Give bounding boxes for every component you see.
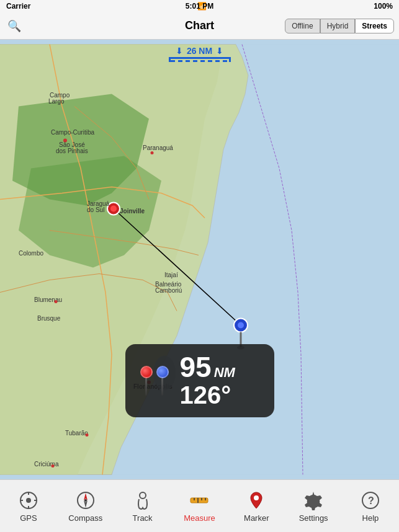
svg-text:dos Pinhais: dos Pinhais: [56, 148, 88, 154]
help-icon: ?: [359, 489, 382, 512]
svg-point-20: [55, 300, 58, 303]
tab-help-label: Help: [362, 513, 379, 523]
time-label: 5:01 PM: [186, 2, 213, 11]
blue-pin-stem: [161, 378, 163, 396]
map-area[interactable]: Campo Largo Campo-Curitiba São José dos …: [0, 40, 399, 479]
svg-text:Camboriú: Camboriú: [155, 287, 182, 294]
map-type-offline[interactable]: Offline: [285, 19, 320, 33]
compass-icon: [74, 489, 97, 512]
search-icon[interactable]: 🔍: [7, 19, 21, 33]
carrier-label: Carrier: [6, 2, 30, 11]
svg-point-3: [110, 206, 117, 212]
info-panel: 95 NM 126°: [125, 344, 274, 417]
svg-text:?: ?: [368, 495, 374, 506]
svg-point-15: [151, 151, 154, 154]
pin-icons: [140, 366, 169, 396]
tab-compass[interactable]: Compass: [64, 489, 107, 523]
svg-text:Itajaí: Itajaí: [164, 272, 178, 278]
red-pin: [140, 366, 153, 396]
svg-text:Tubarão: Tubarão: [65, 430, 88, 437]
red-pin-stem: [145, 378, 147, 396]
tab-measure[interactable]: Measure: [177, 489, 221, 523]
svg-point-49: [254, 495, 259, 500]
map-type-selector: Offline Hybrid Streets: [285, 19, 394, 33]
tab-marker-label: Marker: [244, 513, 269, 523]
svg-point-29: [86, 433, 89, 437]
svg-text:Paranaguá: Paranaguá: [143, 144, 173, 151]
tab-compass-label: Compass: [68, 513, 102, 523]
tab-measure-label: Measure: [184, 513, 215, 523]
map-type-streets[interactable]: Streets: [355, 19, 394, 33]
tab-track-label: Track: [133, 513, 153, 523]
distance-bearing: 95 NM 126°: [180, 353, 235, 409]
svg-point-31: [52, 464, 55, 468]
svg-text:do Sul: do Sul: [87, 206, 104, 213]
svg-text:Largo: Largo: [48, 98, 65, 105]
tab-gps[interactable]: GPS: [7, 489, 50, 523]
tab-help[interactable]: ? Help: [349, 489, 392, 523]
svg-text:Campo-Curitiba: Campo-Curitiba: [51, 129, 94, 136]
svg-point-43: [140, 492, 146, 499]
settings-icon: [302, 489, 325, 512]
svg-point-13: [63, 139, 67, 143]
bearing-value: 126°: [180, 381, 235, 409]
map-type-hybrid[interactable]: Hybrid: [320, 19, 356, 33]
svg-text:Criciúma: Criciúma: [34, 461, 59, 468]
svg-text:Blumenau: Blumenau: [34, 296, 62, 303]
page-title: Chart: [185, 19, 214, 32]
tab-track[interactable]: Track: [121, 489, 164, 523]
distance-unit: NM: [214, 365, 235, 381]
measure-icon: [188, 489, 210, 512]
tab-bar: GPS Compass Track: [0, 479, 399, 532]
tab-settings[interactable]: Settings: [292, 489, 335, 523]
svg-text:Brusque: Brusque: [37, 315, 61, 322]
scale-arrows: ⬇ 26 NM ⬇: [176, 46, 223, 56]
arrow-left-icon: ⬇: [176, 46, 183, 56]
tab-gps-label: GPS: [20, 513, 37, 523]
svg-point-34: [26, 498, 31, 503]
gps-icon: [17, 489, 40, 512]
track-icon: [132, 489, 154, 512]
svg-point-5: [238, 322, 244, 329]
svg-text:Colombo: Colombo: [19, 250, 43, 257]
status-bar: Carrier 📶 5:01 PM 100%: [0, 0, 399, 12]
scale-value: 26 NM: [187, 46, 212, 56]
battery-label: 100%: [374, 2, 393, 11]
blue-pin-ball: [156, 366, 169, 378]
nav-bar: 🔍 Chart Offline Hybrid Streets: [0, 12, 399, 40]
tab-marker[interactable]: Marker: [235, 489, 278, 523]
blue-pin: [156, 366, 169, 396]
tab-settings-label: Settings: [299, 513, 328, 523]
marker-icon: [245, 489, 267, 512]
arrow-right-icon: ⬇: [216, 46, 223, 56]
red-pin-ball: [140, 366, 153, 378]
scale-indicator: ⬇ 26 NM ⬇: [169, 46, 231, 62]
distance-display: 95 NM: [180, 353, 235, 381]
svg-text:Joinville: Joinville: [120, 208, 145, 215]
distance-value: 95: [180, 353, 212, 381]
svg-point-42: [84, 499, 87, 502]
